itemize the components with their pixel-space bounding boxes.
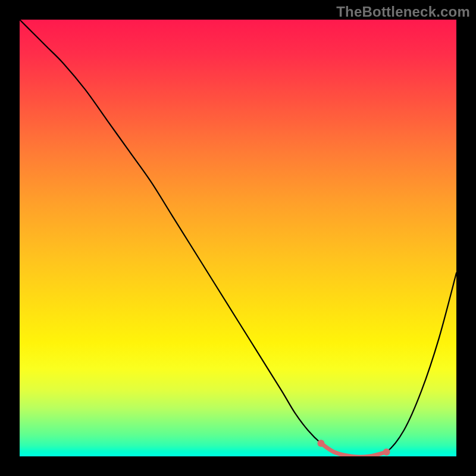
highlight-segment	[321, 443, 386, 456]
curve-layer	[20, 20, 456, 456]
highlight-dot	[383, 449, 390, 456]
highlight-dot	[317, 440, 324, 447]
bottleneck-curve	[20, 20, 456, 456]
watermark-text: TheBottleneck.com	[336, 4, 470, 20]
plot-area	[20, 20, 456, 456]
chart-container: TheBottleneck.com	[0, 0, 476, 476]
